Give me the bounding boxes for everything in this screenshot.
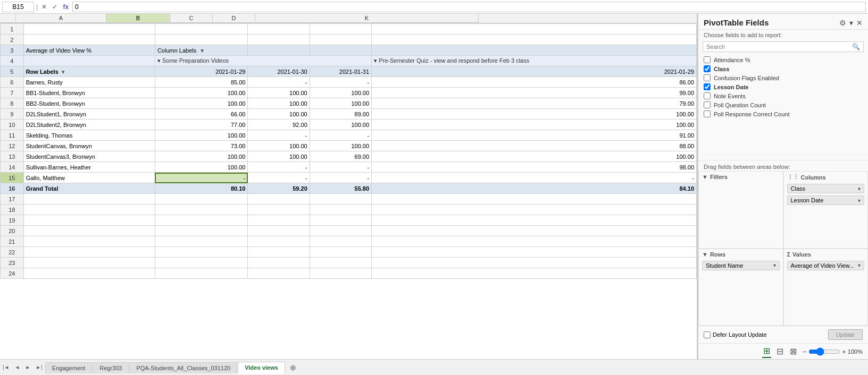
cell-k4[interactable]: ▾ Pre-Semester Quiz - view and respond b… <box>372 56 697 66</box>
cell-a9[interactable]: D2LStudent1, Bronwyn <box>23 109 155 120</box>
cell-d7[interactable]: 100.00 <box>310 88 371 98</box>
field-checkbox-confusion[interactable] <box>704 74 711 81</box>
cell-k1[interactable] <box>372 24 697 35</box>
cell-k11[interactable]: 91.00 <box>372 130 697 141</box>
cell-c10[interactable]: 92.00 <box>248 120 310 130</box>
cell-k2[interactable] <box>372 35 697 45</box>
cell-b13[interactable]: 100.00 <box>155 151 248 162</box>
cell-d12[interactable]: 100.00 <box>310 141 371 151</box>
filter-icon[interactable]: ▼ <box>199 48 205 54</box>
field-label-attendance[interactable]: Attendance % <box>714 57 750 63</box>
cell-a14[interactable]: Sullivan-Barnes, Heather <box>23 162 155 173</box>
field-checkbox-pollresponse[interactable] <box>704 110 711 117</box>
cell-k7[interactable]: 99.00 <box>372 88 697 98</box>
col-header-c[interactable]: C <box>170 14 213 23</box>
update-button[interactable]: Update <box>828 329 863 340</box>
cell-k5[interactable]: 2021-01-29 <box>372 66 697 77</box>
cell-b7[interactable]: 100.00 <box>155 88 248 98</box>
cell-k16[interactable]: 84.10 <box>372 183 697 194</box>
cell-d9[interactable]: 89.00 <box>310 109 371 120</box>
cell-b8[interactable]: 100.00 <box>155 98 248 109</box>
cell-b15[interactable]: - <box>155 173 248 183</box>
chip-avgvideoview-arrow[interactable]: ▾ <box>858 262 861 268</box>
cell-c9[interactable]: 100.00 <box>248 109 310 120</box>
cell-k15[interactable]: - <box>372 173 697 183</box>
cell-c5[interactable]: 2021-01-30 <box>248 66 310 77</box>
cell-d10[interactable]: 100.00 <box>310 120 371 130</box>
cell-d16[interactable]: 55.80 <box>310 183 371 194</box>
cell-a5[interactable]: Row Labels ▾ <box>23 66 155 77</box>
field-checkbox-attendance[interactable] <box>704 56 711 63</box>
field-checkbox-class[interactable] <box>704 65 711 72</box>
cell-a16[interactable]: Grand Total <box>23 183 155 194</box>
cell-b16[interactable]: 80.10 <box>155 183 248 194</box>
cell-c8[interactable]: 100.00 <box>248 98 310 109</box>
cell-d15[interactable]: - <box>310 173 371 183</box>
cell-d2[interactable] <box>310 35 371 45</box>
table-body[interactable]: 1 2 3 <box>0 23 697 359</box>
cell-k9[interactable]: 100.00 <box>372 109 697 120</box>
pivot-search-box[interactable]: 🔍 <box>703 41 864 52</box>
cell-c11[interactable]: - <box>248 130 310 141</box>
zoom-slider[interactable] <box>808 347 840 356</box>
cell-b12[interactable]: 73.00 <box>155 141 248 151</box>
table-split-icon[interactable]: ⊠ <box>789 345 798 357</box>
col-header-b[interactable]: B <box>106 14 170 23</box>
field-label-pollresponse[interactable]: Poll Response Correct Count <box>714 111 789 117</box>
sheet-tab-regr303[interactable]: Regr303 <box>93 362 129 373</box>
cell-k13[interactable]: 100.00 <box>372 151 697 162</box>
cell-a15[interactable]: Gallo, Matthew <box>23 173 155 183</box>
cell-b1[interactable] <box>155 24 248 35</box>
tab-nav-first[interactable]: |◄ <box>0 364 12 370</box>
chip-lessondate-arrow[interactable]: ▾ <box>858 198 861 203</box>
layout-view-icon[interactable]: ⊟ <box>775 345 784 357</box>
chip-studentname[interactable]: Student Name ▾ <box>702 261 780 270</box>
cell-a4[interactable] <box>23 56 155 66</box>
grid-view-icon[interactable]: ⊞ <box>762 345 771 358</box>
cell-a7[interactable]: BB1-Student, Bronwyn <box>23 88 155 98</box>
chip-avgvideoview[interactable]: Average of Video View... ▾ <box>787 261 865 270</box>
cell-d6[interactable]: - <box>310 77 371 88</box>
cell-d11[interactable]: - <box>310 130 371 141</box>
cell-d5[interactable]: 2021-01-31 <box>310 66 371 77</box>
cell-b9[interactable]: 66.00 <box>155 109 248 120</box>
pivot-dropdown-icon[interactable]: ▾ <box>849 19 853 27</box>
cell-b3[interactable]: Column Labels ▼ <box>155 45 248 56</box>
cell-c7[interactable]: 100.00 <box>248 88 310 98</box>
tab-nav-next[interactable]: ► <box>22 364 33 370</box>
pivot-settings-icon[interactable]: ⚙ <box>839 19 846 27</box>
cell-c1[interactable] <box>248 24 310 35</box>
formula-input[interactable] <box>72 2 866 12</box>
cell-b5[interactable]: 2021-01-29 <box>155 66 248 77</box>
cell-d8[interactable]: 100.00 <box>310 98 371 109</box>
cell-a10[interactable]: D2LStudent2, Bronwyn <box>23 120 155 130</box>
cell-k8[interactable]: 79.00 <box>372 98 697 109</box>
cell-c6[interactable]: - <box>248 77 310 88</box>
chip-class[interactable]: Class ▾ <box>787 184 865 193</box>
cell-a2[interactable] <box>23 35 155 45</box>
cell-a3[interactable]: Average of Video View % <box>23 45 155 56</box>
sheet-tab-pqa[interactable]: PQA-Students_All_Classes_031120 <box>129 362 237 373</box>
cell-d3[interactable] <box>310 45 371 56</box>
chip-class-arrow[interactable]: ▾ <box>858 186 861 192</box>
tab-nav-last[interactable]: ►| <box>33 364 45 370</box>
insert-function-icon[interactable]: fx <box>61 3 70 11</box>
cell-k12[interactable]: 88.00 <box>372 141 697 151</box>
cell-a13[interactable]: StudentCanvas3, Bronwyn <box>23 151 155 162</box>
cell-c12[interactable]: 100.00 <box>248 141 310 151</box>
cell-b11[interactable]: 100.00 <box>155 130 248 141</box>
cell-c13[interactable]: 100.00 <box>248 151 310 162</box>
cell-c16[interactable]: 59.20 <box>248 183 310 194</box>
pivot-search-input[interactable] <box>706 44 852 50</box>
cell-d14[interactable]: - <box>310 162 371 173</box>
cell-b6[interactable]: 85.00 <box>155 77 248 88</box>
cell-k14[interactable]: 98.00 <box>372 162 697 173</box>
cell-reference[interactable] <box>2 2 34 12</box>
cell-k6[interactable]: 86.00 <box>372 77 697 88</box>
cell-a8[interactable]: BB2-Student, Bronwyn <box>23 98 155 109</box>
sheet-tab-engagement[interactable]: Engagement <box>45 362 92 373</box>
cell-a11[interactable]: Skelding, Thomas <box>23 130 155 141</box>
cell-a6[interactable]: Barnes, Rusty <box>23 77 155 88</box>
cell-b10[interactable]: 77.00 <box>155 120 248 130</box>
cell-b14[interactable]: 100.00 <box>155 162 248 173</box>
